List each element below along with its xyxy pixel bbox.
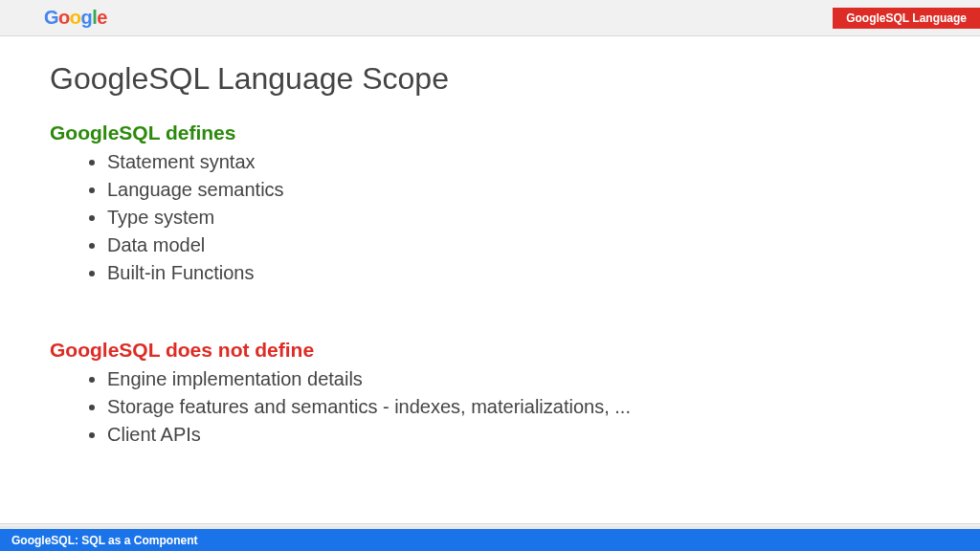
not-define-list: Engine implementation details Storage fe…	[50, 365, 930, 449]
slide: Google GoogleSQL Language GoogleSQL Lang…	[0, 0, 980, 551]
footer-bar: GoogleSQL: SQL as a Component	[0, 526, 980, 551]
defines-list: Statement syntax Language semantics Type…	[50, 148, 930, 287]
top-bar: Google GoogleSQL Language	[0, 0, 980, 36]
section-heading-defines: GoogleSQL defines	[50, 121, 930, 144]
header-tag: GoogleSQL Language	[833, 8, 980, 29]
section-heading-not-define: GoogleSQL does not define	[50, 339, 930, 362]
list-item: Client APIs	[107, 421, 930, 449]
list-item: Type system	[107, 204, 930, 231]
google-logo: Google	[44, 7, 107, 29]
list-item: Language semantics	[107, 176, 930, 204]
footer-text: GoogleSQL: SQL as a Component	[11, 534, 197, 547]
list-item: Statement syntax	[107, 148, 930, 176]
list-item: Storage features and semantics - indexes…	[107, 393, 930, 421]
list-item: Engine implementation details	[107, 365, 930, 393]
content-area: GoogleSQL Language Scope GoogleSQL defin…	[0, 36, 980, 523]
bottom-area: GoogleSQL: SQL as a Component	[0, 523, 980, 551]
list-item: Built-in Functions	[107, 259, 930, 287]
list-item: Data model	[107, 231, 930, 259]
slide-title: GoogleSQL Language Scope	[50, 61, 930, 97]
